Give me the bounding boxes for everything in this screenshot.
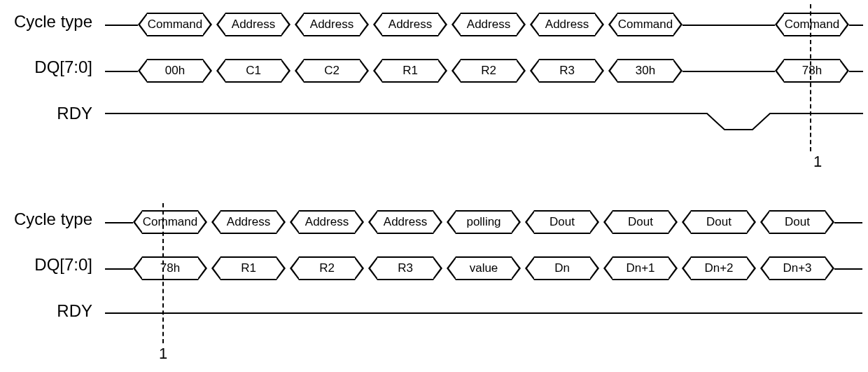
hex-text: Address [467, 18, 510, 31]
hex-dq: 00h [147, 59, 203, 83]
hex-dq: Dn+2 [691, 256, 747, 280]
hex-text: Dn+3 [783, 261, 811, 275]
hex-text: Dout [785, 215, 810, 228]
hex-text: Dn+1 [626, 261, 654, 275]
row-cycle-type-2: Command Address Address Address polling … [0, 210, 868, 235]
hex-dq: 78h [784, 59, 840, 83]
hex-text: Address [388, 18, 432, 31]
hex-text: Address [227, 215, 270, 228]
hex-cycle: Address [461, 13, 517, 36]
hex-text: 00h [165, 64, 185, 77]
hex-text: Dout [628, 215, 653, 228]
row-cycle-type-1: Command Address Address Address Address … [0, 13, 868, 38]
hex-text: value [470, 261, 498, 275]
hex-text: R3 [559, 64, 575, 77]
hex-cycle: Dout [534, 210, 590, 234]
hex-cycle: Dout [612, 210, 668, 234]
hex-text: Dn [554, 261, 570, 275]
hex-text: 30h [636, 64, 655, 77]
hex-text: R1 [402, 64, 418, 77]
row-rdy-1 [0, 102, 868, 144]
hex-text: Command [618, 18, 673, 31]
hex-dq: 78h [142, 256, 198, 280]
hex-cycle: Address [225, 13, 281, 36]
hex-text: Dn+2 [704, 261, 733, 275]
hex-dq: Dn+1 [612, 256, 668, 280]
hex-cycle: Address [539, 13, 595, 36]
hex-text: Dout [706, 215, 732, 228]
hex-cycle: Dout [691, 210, 747, 234]
hex-cycle: polling [456, 210, 512, 234]
hex-dq: R3 [539, 59, 595, 83]
hex-text: R3 [398, 261, 413, 275]
marker-1-label-2: 1 [159, 345, 167, 363]
hex-cycle: Address [299, 210, 355, 234]
hex-cycle: Command [784, 13, 840, 36]
row-dq-1: 00h C1 C2 R1 R2 R3 30h 78h [0, 59, 868, 84]
hex-text: R2 [481, 64, 496, 77]
hex-text: Address [305, 215, 349, 228]
hex-text: Address [545, 18, 589, 31]
hex-text: Command [148, 18, 202, 31]
hex-dq: R3 [377, 256, 433, 280]
marker-1-line-2 [162, 203, 164, 343]
hex-dq: C1 [225, 59, 281, 83]
hex-text: R1 [241, 261, 256, 275]
hex-dq: Dn+3 [769, 256, 825, 280]
timing-diagram: Cycle type DQ[7:0] RDY Command Address A… [0, 0, 868, 372]
hex-text: Address [384, 215, 427, 228]
hex-dq: R2 [461, 59, 517, 83]
marker-1-line [810, 4, 811, 151]
hex-text: Command [143, 215, 197, 228]
hex-dq: Dn [534, 256, 590, 280]
hex-cycle: Address [304, 13, 360, 36]
hex-dq: 30h [617, 59, 673, 83]
hex-dq: R2 [299, 256, 355, 280]
hex-text: C2 [324, 64, 340, 77]
hex-dq: C2 [304, 59, 360, 83]
hex-text: polling [466, 215, 500, 228]
hex-text: Dout [550, 215, 575, 228]
row-rdy-2 [0, 301, 868, 329]
hex-cycle: Command [617, 13, 673, 36]
hex-cycle: Address [382, 13, 438, 36]
hex-cycle: Address [377, 210, 433, 234]
hex-text: Command [785, 18, 839, 31]
hex-cycle: Command [147, 13, 203, 36]
hex-dq: R1 [220, 256, 276, 280]
hex-text: C1 [246, 64, 261, 77]
hex-dq: value [456, 256, 512, 280]
marker-1-label: 1 [813, 153, 822, 171]
hex-cycle: Address [220, 210, 276, 234]
hex-cycle: Dout [769, 210, 825, 234]
hex-dq: R1 [382, 59, 438, 83]
row-dq-2: 78h R1 R2 R3 value Dn Dn+1 Dn+2 Dn+3 [0, 256, 868, 282]
hex-text: 78h [802, 64, 822, 77]
hex-text: Address [310, 18, 354, 31]
hex-text: Address [232, 18, 275, 31]
hex-text: R2 [319, 261, 335, 275]
hex-cycle: Command [142, 210, 198, 234]
